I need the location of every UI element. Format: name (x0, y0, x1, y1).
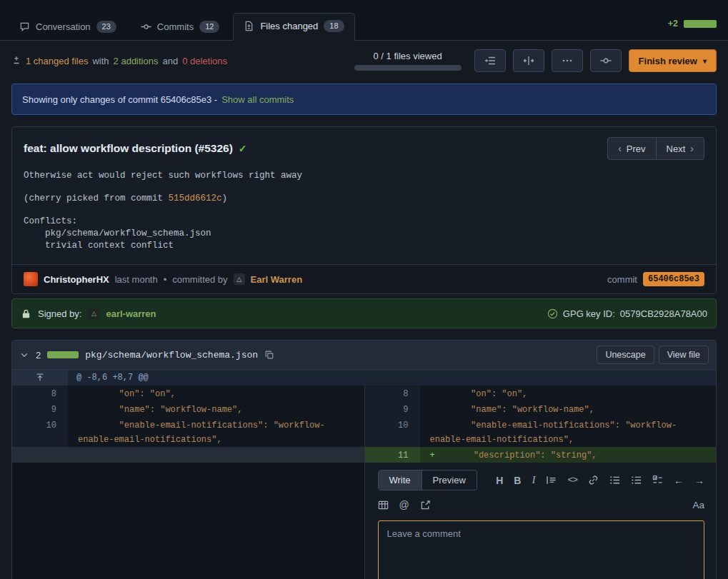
prev-commit-button[interactable]: ‹ Prev (607, 137, 656, 160)
tab-conversation-count: 23 (96, 21, 116, 33)
code-line-new: "name": "workflow-name", (420, 401, 717, 417)
link-icon[interactable] (588, 475, 599, 485)
cherry-pick-sha-link[interactable]: 515dd6612c (169, 193, 222, 203)
expand-up-icon (35, 373, 45, 383)
tab-conversation[interactable]: Conversation 23 (9, 14, 127, 41)
show-all-commits-link[interactable]: Show all commits (221, 94, 294, 105)
gpg-info: GPG key ID: 0579CB2928A78A00 (547, 308, 707, 319)
diff-plusminus-icon (11, 56, 21, 66)
changed-files-count: 1 changed files (26, 56, 88, 66)
more-options-button[interactable] (552, 49, 583, 72)
files-viewed-label: 0 / 1 files viewed (374, 51, 442, 61)
editor-toolbar-row2: @ Aa (378, 499, 705, 510)
code-line-old: "name": "workflow-name", (68, 401, 364, 417)
lock-icon (21, 308, 31, 319)
prev-label: Prev (627, 144, 646, 154)
files-viewed: 0 / 1 files viewed (354, 51, 462, 71)
deletions-count: 0 deletions (182, 56, 227, 66)
commit-sha-badge[interactable]: 65406c85e3 (643, 272, 704, 286)
copy-path-button[interactable] (264, 350, 274, 360)
quote-icon[interactable] (546, 475, 557, 485)
signer-link[interactable]: earl-warren (106, 308, 156, 319)
commit-sha-group: commit 65406c85e3 (607, 272, 704, 286)
line-number-new[interactable]: 9 (364, 401, 420, 417)
diffstat: +2 (668, 19, 717, 40)
table-icon[interactable] (378, 500, 389, 510)
bold-icon[interactable]: B (514, 475, 521, 486)
verified-check-icon (547, 308, 558, 319)
line-number-old[interactable]: 10 (12, 417, 68, 447)
author-link[interactable]: ChristopherHX (44, 274, 109, 285)
ordered-list-icon[interactable] (631, 475, 642, 485)
comment-textarea[interactable] (378, 520, 705, 579)
expand-hunk-button[interactable] (12, 370, 68, 386)
commit-icon (141, 21, 151, 32)
added-code-line: + "description": "string", (420, 447, 717, 463)
italic-icon[interactable]: I (532, 474, 535, 486)
code-line-old: "on": "on", (68, 386, 364, 401)
editor-mode-tabs: Write Preview (378, 470, 477, 490)
line-number-new[interactable]: 11 (364, 447, 420, 463)
heading-icon[interactable]: H (496, 475, 503, 486)
code-line-old: "enable-email-notifications": "workflow-… (68, 417, 364, 447)
diffstat-additions: +2 (668, 19, 678, 29)
whitespace-options-button[interactable] (474, 49, 506, 72)
reference-icon[interactable] (420, 500, 431, 510)
add-marker: + (430, 448, 435, 463)
file-path[interactable]: pkg/schema/workflow_schema.json (85, 350, 258, 361)
mention-icon[interactable]: @ (399, 499, 409, 510)
arrow-left-icon[interactable]: ← (674, 475, 684, 486)
dot-separator: • (164, 274, 167, 285)
tab-conversation-label: Conversation (36, 21, 91, 32)
next-commit-button[interactable]: Next › (657, 137, 704, 160)
commit-filter-banner: Showing only changes of commit 65406c85e… (11, 84, 717, 115)
inline-comment-form: Write Preview H B I <> (364, 463, 717, 579)
code-icon[interactable]: <> (567, 475, 577, 485)
banner-message: Showing only changes of commit 65406c85e… (22, 94, 217, 105)
diffstat-bar (684, 20, 717, 28)
unescape-button[interactable]: Unescape (597, 346, 654, 364)
split-view-button[interactable] (513, 49, 544, 72)
committer-link[interactable]: Earl Warren (251, 274, 303, 285)
tab-commits-label: Commits (157, 21, 194, 32)
file-changes-count: 2 (36, 350, 41, 361)
gpg-key-value: 0579CB2928A78A00 (620, 308, 707, 319)
code-line-new: "on": "on", (420, 386, 717, 401)
line-number-old[interactable]: 9 (12, 401, 68, 417)
gpg-key-label: GPG key ID: (563, 308, 615, 319)
cherry-pick-line: (cherry picked from commit 515dd6612c) (24, 193, 704, 205)
unordered-list-icon[interactable] (609, 475, 620, 485)
select-commit-button[interactable] (590, 49, 622, 72)
status-check-icon[interactable]: ✓ (239, 143, 247, 154)
diff-file-box: 2 pkg/schema/workflow_schema.json Unesca… (11, 340, 717, 579)
committer-avatar[interactable]: △ (234, 273, 245, 285)
arrow-right-icon[interactable]: → (694, 475, 704, 486)
commit-word-label: commit (607, 274, 637, 285)
pr-tabs: Conversation 23 Commits 12 Files changed… (9, 13, 355, 40)
task-list-icon[interactable] (652, 475, 663, 485)
split-columns-icon (523, 55, 534, 66)
tab-commits[interactable]: Commits 12 (130, 14, 231, 41)
view-file-button[interactable]: View file (659, 346, 709, 364)
tab-files-changed[interactable]: Files changed 18 (233, 13, 354, 41)
signer-avatar[interactable]: △ (88, 308, 99, 319)
collapse-chevron-icon[interactable] (19, 350, 29, 360)
markdown-icons: H B I <> (496, 474, 704, 486)
line-number-new[interactable]: 10 (364, 417, 420, 447)
line-number-new[interactable]: 8 (364, 386, 420, 401)
text-size-button[interactable]: Aa (692, 500, 704, 510)
commit-message-body: Otherwise act would reject such workflow… (12, 167, 716, 264)
tab-commits-count: 12 (199, 21, 219, 33)
finish-review-button[interactable]: Finish review ▾ (629, 49, 717, 72)
split-diff: @ -8,6 +8,7 @@ 8 "on": "on", 8 "on": "on… (12, 370, 716, 579)
file-diffstat-bar (47, 351, 79, 358)
commit-box: feat: allow workflow description (#5326)… (11, 126, 717, 294)
line-number-old[interactable]: 8 (12, 386, 68, 401)
signature-banner: Signed by: △ earl-warren GPG key ID: 057… (11, 298, 717, 328)
tab-preview[interactable]: Preview (422, 470, 477, 490)
tab-write[interactable]: Write (379, 470, 422, 490)
files-viewed-progress (354, 65, 462, 71)
author-avatar[interactable] (24, 272, 38, 286)
next-label: Next (667, 144, 686, 154)
diff-left-empty-area (12, 463, 364, 579)
